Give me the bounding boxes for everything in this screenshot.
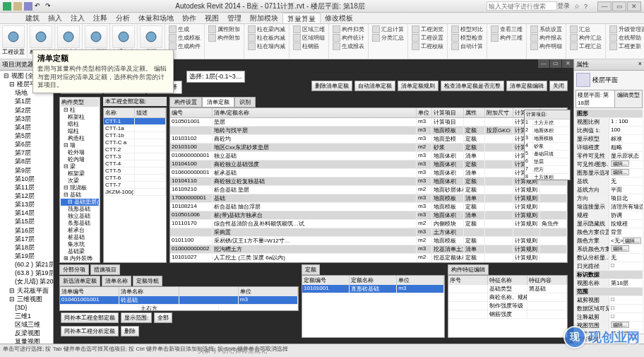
property-row[interactable]: 比例值 1:100	[576, 127, 643, 135]
feature-table[interactable]: 序号特征名称特征内容基础类型简基础商砼名称、规格制作强度等级钢筋强度	[448, 275, 568, 338]
menu-tab[interactable]: 体量和场地	[134, 13, 178, 23]
component-type-tree[interactable]: 构件类型⊟ 柱框架柱暗柱端柱构造柱⊟ 墙砼外墙砼内墙⊟ 梁框架梁次梁⊟ 现浇板⊟…	[59, 97, 100, 263]
component-tree-item[interactable]: 端柱	[61, 128, 99, 135]
bl-button[interactable]: 全部	[154, 312, 172, 323]
menu-tab[interactable]: 注入	[66, 13, 89, 23]
sub-tab[interactable]: 识别	[234, 97, 256, 107]
action-button[interactable]: 清单定额编辑	[506, 81, 547, 91]
table-row[interactable]: CTT-1	[104, 118, 166, 125]
ribbon-item[interactable]: 工程汇总	[568, 42, 603, 50]
table-row[interactable]: 采购置m3土方体积	[170, 228, 567, 237]
property-row[interactable]: 墙连接显示清理所有墙连接	[576, 203, 643, 211]
calc-row[interactable]: 3地面模板	[525, 135, 570, 143]
table-row[interactable]: 钢筋强度	[448, 310, 567, 319]
calc-row[interactable]: 5基础回填	[525, 151, 570, 158]
tree-item[interactable]: 第17层	[1, 235, 52, 243]
property-row[interactable]: 显示模型标准	[576, 135, 643, 144]
table-row[interactable]: CTT-5	[104, 168, 166, 175]
table-row[interactable]: CTT-3	[104, 153, 166, 160]
tree-item[interactable]: 第16层	[1, 226, 52, 235]
bl-button[interactable]: 删除	[121, 326, 139, 336]
component-tree-item[interactable]: 条形基础	[61, 220, 99, 227]
action-button[interactable]: 删除清单定额	[311, 81, 352, 91]
component-tree-item[interactable]: ⊟ 现浇板	[61, 185, 99, 192]
ribbon-item[interactable]: 系统设置	[529, 25, 564, 33]
table-row[interactable]: 10103102商砼均m3地面垫模定额计算规则	[170, 135, 567, 144]
ribbon-item[interactable]: 柱钢筋	[292, 42, 326, 50]
table-row[interactable]: 制作强度等级	[448, 302, 567, 310]
tree-item[interactable]: 第12层	[1, 192, 52, 200]
property-row[interactable]: 可见性/图形...编辑...	[576, 160, 643, 169]
table-row[interactable]: 010401001001砖基础m3	[60, 296, 298, 305]
ribbon-item[interactable]: 工程设置	[410, 34, 445, 42]
menu-tab[interactable]: 算量算量	[282, 13, 321, 23]
panel-close-icon[interactable]: ×	[638, 60, 642, 69]
table-row[interactable]: 17000000001基础m3地面模板清单计算规则	[170, 194, 567, 203]
tree-item[interactable]: 第9层	[1, 166, 52, 175]
ribbon-item[interactable]: 构件明细	[529, 42, 564, 50]
property-row[interactable]: 基线方向平面	[576, 186, 643, 194]
calc-row[interactable]: 8土方体积	[525, 174, 570, 180]
table-row[interactable]: 10101027人工挖土 (三类 深度 6a以内)m2挖基定额体积定额计算规则	[170, 254, 567, 262]
app-icon[interactable]	[3, 2, 11, 11]
component-tree-item[interactable]: 砼外墙	[61, 149, 99, 156]
ribbon-item[interactable]: 汇总计算	[371, 25, 405, 33]
property-row[interactable]: 数认分析显...无	[576, 254, 643, 262]
ribbon-item[interactable]: 属性附加	[207, 25, 242, 33]
table-row[interactable]: 010600000001桩承基础m3地面体积清单计算规则	[170, 169, 567, 177]
calc-items-panel[interactable]: 计算项目: 1土方开挖2地面体积3地面模板4砂浆5基础回填6垫层7挖方8土方体积…	[524, 110, 571, 180]
component-tree-item[interactable]: 集水坑	[61, 241, 99, 248]
search-input[interactable]	[487, 1, 557, 11]
table-row[interactable]: CTT-6	[104, 175, 166, 182]
ribbon-item[interactable]: 生成	[167, 25, 202, 33]
component-tree-item[interactable]: ⊟ 基础垫层(桩承台)	[61, 199, 99, 206]
tree-item[interactable]: ⊟ 三维视图	[1, 295, 52, 303]
ribbon-item[interactable]: 柱在板内减	[246, 34, 287, 42]
tree-item[interactable]: 算量视图	[1, 337, 52, 344]
ribbon-item[interactable]: 构件归类	[331, 25, 366, 33]
table-row[interactable]: 基础类型简基础	[448, 285, 567, 293]
ribbon-gear-button[interactable]	[2, 25, 25, 48]
component-tree-item[interactable]: 独立基础	[61, 213, 99, 220]
ribbon-item[interactable]: 区域明细	[292, 34, 326, 42]
component-tree-item[interactable]: 次梁	[61, 177, 99, 185]
property-row[interactable]: 基线无	[576, 177, 643, 186]
sub-tab[interactable]: 清单定额	[202, 97, 234, 107]
table-row[interactable]: 010600000001独立基础m3地面体积清单计算规则	[170, 152, 567, 160]
calc-row[interactable]: 6垫层	[525, 158, 570, 166]
ribbon-item[interactable]: 生成报表	[331, 42, 366, 50]
tree-item[interactable]: 第11层	[1, 183, 52, 192]
tree-item[interactable]: 第19层	[1, 252, 52, 260]
table-row[interactable]: JKZM-100(100)	[104, 189, 166, 196]
properties-list[interactable]: 图形视图比例1 : 100比例值 1:100显示模型标准详细程度粗略零件可见性显…	[576, 110, 643, 333]
tree-item[interactable]: (女儿墙) 第20层	[1, 277, 52, 286]
ribbon-roof-button[interactable]	[140, 25, 162, 48]
table-row[interactable]: 010000000002挖沟槽土方m3挖基清单土方体积清单计算规则	[170, 245, 567, 254]
table-row[interactable]: 10101001直形砖基础m3	[302, 285, 444, 293]
component-tree-item[interactable]: 框架柱	[61, 114, 99, 121]
bill-table[interactable]: 编号清单/定额名称单位计算项目属性附加尺寸计算规则算量条件010501001垫层…	[169, 107, 568, 263]
property-row[interactable]: 注释裁剪□	[576, 313, 643, 322]
table-row[interactable]: CTT-2	[104, 146, 166, 153]
tree-item[interactable]: 第2层	[1, 106, 52, 115]
table-row[interactable]: 10104100商砼独立基础强度m3地面体积定额计算规则	[170, 160, 567, 169]
tree-item[interactable]: 第6层	[1, 140, 52, 148]
menu-tab[interactable]: 管理	[223, 13, 246, 23]
menu-tab[interactable]: 修改模板	[321, 13, 357, 23]
calc-row[interactable]: 4砂浆	[525, 143, 570, 151]
property-row[interactable]: 日光路径□	[576, 262, 643, 271]
maximize-button[interactable]: ▭	[612, 1, 626, 11]
ribbon-item[interactable]: 查看三维	[489, 25, 524, 33]
table-row[interactable]: 土石方	[60, 305, 298, 311]
component-tree-item[interactable]: 基础梁	[61, 248, 99, 255]
menu-tab[interactable]: 附加模块	[246, 13, 282, 23]
table-row[interactable]: 10108214析合基础 抽台浮层m3地面模板定额计算规则	[170, 203, 567, 211]
property-row[interactable]: 显示隐藏线按规程	[576, 220, 643, 228]
action-button[interactable]: 检查清单定额是否完整	[441, 81, 504, 91]
table-row[interactable]: CTT-4	[104, 160, 166, 168]
ribbon-item[interactable]: 模型检查	[450, 34, 484, 42]
save-icon[interactable]	[24, 2, 32, 11]
tree-item[interactable]: {3D}	[1, 303, 52, 312]
bl-button[interactable]: 同补本工程全部定额	[61, 312, 119, 323]
sub-tab[interactable]: 构件设置	[169, 97, 202, 107]
